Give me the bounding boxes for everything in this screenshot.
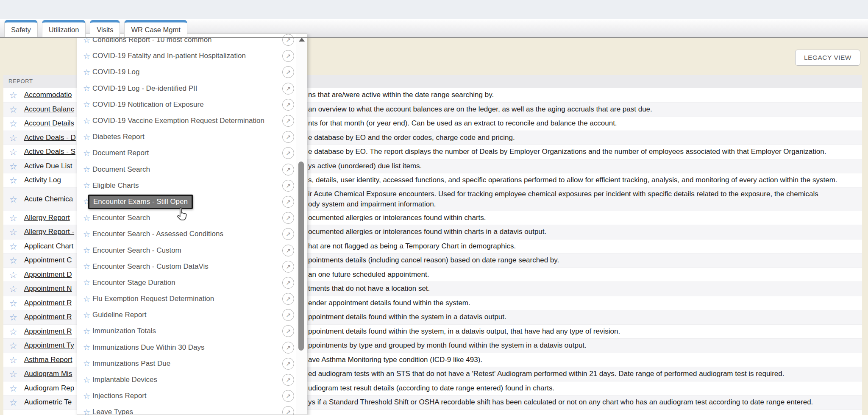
report-link[interactable]: Appointment C <box>24 256 80 265</box>
nav-tab[interactable]: Visits ↗ <box>90 20 120 37</box>
dropdown-menu-item[interactable]: ☆ COVID-19 Notification of Exposure ↗ <box>77 97 296 113</box>
legacy-view-button[interactable]: LEGACY VIEW <box>795 50 860 66</box>
open-report-arrow-icon[interactable]: ↗ <box>282 196 294 208</box>
favorite-star-icon[interactable]: ☆ <box>83 392 92 400</box>
report-link[interactable]: Appointment R <box>24 327 80 336</box>
favorite-star-icon[interactable]: ☆ <box>9 105 17 114</box>
open-report-arrow-icon[interactable]: ↗ <box>282 325 294 337</box>
dropdown-menu-item[interactable]: ☆ COVID-19 Log ↗ <box>77 64 296 80</box>
report-link[interactable]: Appointment R <box>24 313 80 321</box>
dropdown-menu-item[interactable]: ☆ Encounter Search ↗ <box>77 210 296 226</box>
favorite-star-icon[interactable]: ☆ <box>9 195 17 203</box>
dropdown-menu-item[interactable]: ☆ Encounter Search - Custom ↗ <box>77 242 296 258</box>
open-report-arrow-icon[interactable]: ↗ <box>282 358 294 370</box>
favorite-star-icon[interactable]: ☆ <box>83 165 92 173</box>
open-report-arrow-icon[interactable]: ↗ <box>282 245 294 256</box>
report-link[interactable]: Account Balanc <box>24 105 80 114</box>
favorite-star-icon[interactable]: ☆ <box>83 117 92 125</box>
favorite-star-icon[interactable]: ☆ <box>83 84 92 92</box>
nav-tab[interactable]: Utilization ↗ <box>42 20 86 37</box>
dropdown-menu-item[interactable]: ☆ Diabetes Report ↗ <box>77 129 296 145</box>
favorite-star-icon[interactable]: ☆ <box>9 91 17 100</box>
favorite-star-icon[interactable]: ☆ <box>9 228 17 237</box>
dropdown-menu-item[interactable]: ☆ Document Report ↗ <box>77 145 296 161</box>
favorite-star-icon[interactable]: ☆ <box>9 327 17 336</box>
favorite-star-icon[interactable]: ☆ <box>83 327 92 335</box>
open-report-arrow-icon[interactable]: ↗ <box>282 164 294 175</box>
open-report-arrow-icon[interactable]: ↗ <box>282 99 294 111</box>
open-report-arrow-icon[interactable]: ↗ <box>282 293 294 305</box>
favorite-star-icon[interactable]: ☆ <box>83 295 92 303</box>
open-report-arrow-icon[interactable]: ↗ <box>282 261 294 273</box>
favorite-star-icon[interactable]: ☆ <box>83 68 92 76</box>
favorite-star-icon[interactable]: ☆ <box>9 176 17 185</box>
open-report-arrow-icon[interactable]: ↗ <box>282 147 294 159</box>
dropdown-menu-item[interactable]: ☆ Injections Report ↗ <box>77 388 296 404</box>
dropdown-menu-item[interactable]: ☆ Encounter Search - Assessed Conditions… <box>77 226 296 242</box>
favorite-star-icon[interactable]: ☆ <box>83 149 92 157</box>
open-report-arrow-icon[interactable]: ↗ <box>282 131 294 143</box>
report-link[interactable]: Applicant Chart <box>24 242 80 251</box>
report-link[interactable]: Asthma Report <box>24 356 80 364</box>
report-link[interactable]: Appointment N <box>24 284 80 293</box>
report-link[interactable]: Accommodatio <box>24 91 80 99</box>
report-link[interactable]: Account Details <box>24 119 80 128</box>
favorite-star-icon[interactable]: ☆ <box>83 52 92 60</box>
dropdown-menu-item[interactable]: ☆ Immunizations Past Due ↗ <box>77 356 296 372</box>
favorite-star-icon[interactable]: ☆ <box>9 242 17 251</box>
favorite-star-icon[interactable]: ☆ <box>9 213 17 222</box>
open-report-arrow-icon[interactable]: ↗ <box>282 180 294 192</box>
dropdown-menu-item[interactable]: ☆ COVID-19 Vaccine Exemption Request Det… <box>77 113 296 129</box>
report-link[interactable]: Active Deals - S <box>24 148 80 156</box>
favorite-star-icon[interactable]: ☆ <box>9 284 17 293</box>
report-link[interactable]: Active Deals - D <box>24 134 80 142</box>
dropdown-menu-item[interactable]: ☆ Eligible Charts ↗ <box>77 178 296 194</box>
report-link[interactable]: Acute Chemica <box>24 195 80 203</box>
dropdown-menu-item[interactable]: ☆ Immunization Totals ↗ <box>77 323 296 339</box>
open-report-arrow-icon[interactable]: ↗ <box>282 309 294 321</box>
open-report-arrow-icon[interactable]: ↗ <box>282 342 294 354</box>
favorite-star-icon[interactable]: ☆ <box>9 148 17 156</box>
favorite-star-icon[interactable]: ☆ <box>83 181 92 189</box>
open-report-arrow-icon[interactable]: ↗ <box>282 212 294 224</box>
open-report-arrow-icon[interactable]: ↗ <box>282 406 294 415</box>
favorite-star-icon[interactable]: ☆ <box>83 376 92 384</box>
dropdown-menu-item[interactable]: ☆ Encounter Exams - Still Open ↗ <box>77 194 296 210</box>
open-report-arrow-icon[interactable]: ↗ <box>282 50 294 62</box>
favorite-star-icon[interactable]: ☆ <box>83 359 92 368</box>
favorite-star-icon[interactable]: ☆ <box>9 384 17 393</box>
report-link[interactable]: Appointment D <box>24 270 80 279</box>
report-link[interactable]: Allergy Report <box>24 214 80 222</box>
favorite-star-icon[interactable]: ☆ <box>83 262 92 270</box>
favorite-star-icon[interactable]: ☆ <box>83 246 92 254</box>
report-link[interactable]: Audiogram Rep <box>24 384 80 393</box>
favorite-star-icon[interactable]: ☆ <box>83 311 92 319</box>
favorite-star-icon[interactable]: ☆ <box>9 313 17 322</box>
report-link[interactable]: Allergy Report - <box>24 228 80 236</box>
report-link[interactable]: Activity Log <box>24 176 80 184</box>
favorite-star-icon[interactable]: ☆ <box>83 214 92 222</box>
report-link[interactable]: Audiogram Mis <box>24 370 80 378</box>
open-report-arrow-icon[interactable]: ↗ <box>282 83 294 95</box>
open-report-arrow-icon[interactable]: ↗ <box>282 277 294 289</box>
favorite-star-icon[interactable]: ☆ <box>83 100 92 109</box>
open-report-arrow-icon[interactable]: ↗ <box>282 390 294 402</box>
dropdown-menu-item[interactable]: ☆ Encounter Stage Duration ↗ <box>77 275 296 291</box>
favorite-star-icon[interactable]: ☆ <box>9 355 17 364</box>
favorite-star-icon[interactable]: ☆ <box>9 133 17 142</box>
favorite-star-icon[interactable]: ☆ <box>83 133 92 141</box>
favorite-star-icon[interactable]: ☆ <box>9 270 17 279</box>
favorite-star-icon[interactable]: ☆ <box>9 298 17 307</box>
favorite-star-icon[interactable]: ☆ <box>83 408 92 415</box>
scrollbar-thumb[interactable] <box>298 162 304 351</box>
dropdown-scrollbar[interactable] <box>296 33 307 415</box>
favorite-star-icon[interactable]: ☆ <box>9 256 17 265</box>
favorite-star-icon[interactable]: ☆ <box>9 119 17 128</box>
favorite-star-icon[interactable]: ☆ <box>83 343 92 351</box>
favorite-star-icon[interactable]: ☆ <box>9 370 17 379</box>
favorite-star-icon[interactable]: ☆ <box>9 162 17 170</box>
dropdown-menu-item[interactable]: ☆ Encounter Search - Custom DataVis ↗ <box>77 259 296 275</box>
scroll-up-arrow-icon[interactable] <box>299 38 305 42</box>
dropdown-menu-item[interactable]: ☆ Leave Types ↗ <box>77 404 296 415</box>
open-report-arrow-icon[interactable]: ↗ <box>282 34 294 46</box>
